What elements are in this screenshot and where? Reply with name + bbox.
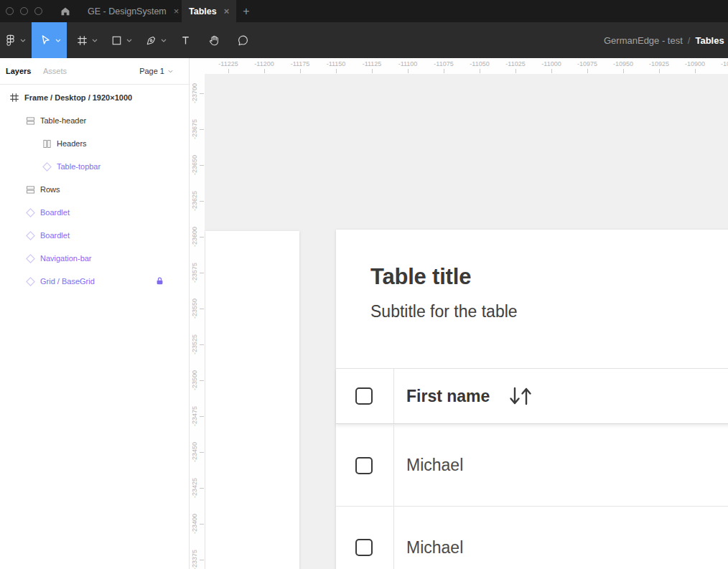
ruler-tick <box>228 69 229 73</box>
ruler-label: -11000 <box>541 60 561 67</box>
header-first-name-cell[interactable]: First name <box>394 369 728 423</box>
ruler-tick <box>200 380 204 381</box>
row-checkbox-cell <box>336 425 394 506</box>
layer-row-table-header[interactable]: Table-header <box>0 109 189 132</box>
ruler-tick <box>200 560 204 560</box>
ruler-tick <box>200 129 204 130</box>
ruler-label: -10975 <box>577 60 597 67</box>
ruler-tick <box>200 524 204 525</box>
design-canvas[interactable]: -11225-11200-11175-11150-11125-11100-110… <box>190 58 728 569</box>
toolbar: GermanEdge - test / Tables <box>0 22 728 58</box>
layer-name: Grid / BaseGrid <box>40 277 95 286</box>
ruler-label: -11225 <box>218 60 238 67</box>
tab-tables[interactable]: Tables × <box>182 0 236 22</box>
ruler-label: -23500 <box>190 366 199 395</box>
row-name-cell: Michael <box>394 507 728 569</box>
ruler-tick <box>200 488 204 489</box>
ruler-label: -23475 <box>190 402 199 431</box>
shape-tool-icon <box>110 34 123 47</box>
ruler-label: -11025 <box>505 60 525 67</box>
ruler-tick <box>515 69 516 73</box>
home-icon[interactable] <box>57 4 73 19</box>
new-tab-button[interactable]: + <box>238 0 255 22</box>
frame-icon <box>9 92 20 103</box>
layer-name: Rows <box>40 185 60 194</box>
ruler-tick <box>200 452 204 453</box>
breadcrumb: GermanEdge - test / Tables <box>604 22 728 58</box>
component-diamond-icon <box>25 253 36 264</box>
row-checkbox[interactable] <box>355 539 373 556</box>
ruler-label: -23525 <box>190 330 199 359</box>
canvas-frame-table[interactable]: Table title Subtitle for the table First… <box>336 230 728 569</box>
vertical-ruler[interactable]: -23700-23675-23650-23625-23600-23575-235… <box>190 58 205 569</box>
chevron-down-icon <box>55 39 61 42</box>
main-menu-button[interactable] <box>0 22 29 58</box>
window-close-button[interactable] <box>6 7 14 15</box>
close-icon[interactable]: × <box>174 6 179 16</box>
sort-icon[interactable] <box>506 384 535 408</box>
rows-icon <box>25 184 36 195</box>
page-selector[interactable]: Page 1 <box>139 67 173 75</box>
chevron-down-icon <box>92 39 98 42</box>
pen-tool-button[interactable] <box>139 22 171 58</box>
ruler-label: -10925 <box>649 60 669 67</box>
layer-row-grid-basegrid[interactable]: Grid / BaseGrid <box>0 270 189 293</box>
frame-tool-button[interactable] <box>70 22 102 58</box>
layer-name: Navigation-bar <box>40 254 92 263</box>
layer-name: Frame / Desktop / 1920×1000 <box>24 93 132 102</box>
cell-value: Michael <box>406 538 463 558</box>
layer-row-boardlet-2[interactable]: Boardlet <box>0 224 189 247</box>
layer-row-table-topbar[interactable]: Table-topbar <box>0 155 189 178</box>
layer-name: Table-header <box>40 116 86 125</box>
window-tab-bar: GE - DesignSystem × Tables × + <box>0 0 728 22</box>
canvas-frame-left[interactable] <box>205 231 299 569</box>
ruler-tick <box>695 69 696 73</box>
table-subtitle[interactable]: Subtitle for the table <box>370 302 518 321</box>
ruler-label: -23650 <box>190 151 199 179</box>
chevron-down-icon <box>168 70 173 73</box>
breadcrumb-file-name[interactable]: Tables <box>695 35 724 46</box>
layer-row-frame-desktop[interactable]: Frame / Desktop / 1920×1000 <box>0 86 189 109</box>
close-icon[interactable]: × <box>224 6 230 16</box>
breadcrumb-project[interactable]: GermanEdge - test <box>604 35 683 46</box>
move-tool-button[interactable] <box>32 22 67 58</box>
table-row[interactable]: Michael <box>336 507 728 569</box>
text-tool-button[interactable] <box>171 22 200 58</box>
ruler-label: -11125 <box>363 60 382 67</box>
component-diamond-icon <box>25 207 36 218</box>
lock-icon[interactable] <box>155 276 164 287</box>
comment-tool-button[interactable] <box>228 22 257 58</box>
horizontal-ruler[interactable]: -11225-11200-11175-11150-11125-11100-110… <box>190 58 728 74</box>
tab-layers[interactable]: Layers <box>6 67 31 75</box>
tab-assets[interactable]: Assets <box>43 67 67 75</box>
window-zoom-button[interactable] <box>34 7 42 15</box>
table-row[interactable]: Michael <box>336 425 728 507</box>
ruler-label: -23600 <box>190 222 199 251</box>
layer-row-headers[interactable]: Headers <box>0 132 189 155</box>
layer-row-navigation-bar[interactable]: Navigation-bar <box>0 247 189 270</box>
layer-row-rows[interactable]: Rows <box>0 178 189 201</box>
chevron-down-icon <box>161 39 167 42</box>
comment-tool-icon <box>236 34 250 47</box>
table-title[interactable]: Table title <box>370 264 471 290</box>
hand-tool-button[interactable] <box>200 22 228 58</box>
row-checkbox-cell <box>336 507 394 569</box>
pen-tool-icon <box>144 34 158 47</box>
tab-label: GE - DesignSystem <box>88 6 167 17</box>
ruler-label: -23625 <box>190 187 199 215</box>
select-all-checkbox[interactable] <box>355 387 373 405</box>
layer-name: Boardlet <box>40 208 70 217</box>
layer-name: Boardlet <box>40 231 70 240</box>
ruler-tick <box>264 69 265 73</box>
row-checkbox[interactable] <box>355 457 373 474</box>
shape-tool-button[interactable] <box>105 22 136 58</box>
panel-header: Layers Assets Page 1 <box>0 58 189 85</box>
chevron-down-icon <box>126 39 132 42</box>
ruler-label: -11100 <box>398 60 418 67</box>
layer-row-boardlet-1[interactable]: Boardlet <box>0 201 189 224</box>
window-minimize-button[interactable] <box>20 7 28 15</box>
tab-ge-designsystem[interactable]: GE - DesignSystem × <box>80 0 186 22</box>
component-diamond-icon <box>42 161 52 172</box>
layers-panel: Layers Assets Page 1 Frame / Desktop / 1… <box>0 58 190 569</box>
ruler-tick <box>659 69 660 73</box>
